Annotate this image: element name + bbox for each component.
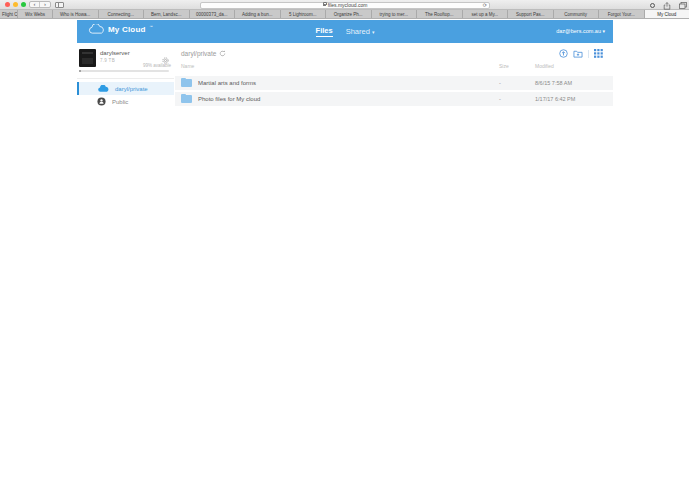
column-name[interactable]: Name xyxy=(175,63,485,69)
zoom-button[interactable] xyxy=(21,2,26,7)
history-nav: ‹ › xyxy=(29,1,51,8)
tab-label: Organize Ph... xyxy=(334,12,363,17)
table-row[interactable]: Martial arts and forms - 8/6/15 7:58 AM xyxy=(175,76,613,90)
share-label: Public xyxy=(112,99,128,105)
tab[interactable]: Bern, Landsc... xyxy=(144,10,190,18)
tab[interactable]: Who is Howa... xyxy=(53,10,99,18)
file-actions xyxy=(559,49,603,58)
tab-label: Who is Howa... xyxy=(60,12,90,17)
file-size: - xyxy=(485,80,535,86)
tab[interactable]: Forgot Your... xyxy=(599,10,645,18)
mycloud-app: My Cloud ™ Files Shared ▾ daz@bers.com.a… xyxy=(77,20,613,43)
new-folder-icon[interactable] xyxy=(573,49,583,58)
close-button[interactable] xyxy=(5,2,10,7)
tab-label: Forgot Your... xyxy=(608,12,635,17)
extension-icon[interactable] xyxy=(650,3,655,8)
tab-label: trying to mer... xyxy=(379,12,408,17)
breadcrumb-label: daryl/private xyxy=(181,50,216,57)
sync-icon[interactable] xyxy=(219,50,226,57)
folder-icon xyxy=(181,79,192,87)
toolbar-right-icons xyxy=(650,2,687,10)
lock-icon xyxy=(323,4,326,7)
upload-icon[interactable] xyxy=(559,49,568,58)
tab-label: Support Pas... xyxy=(516,12,545,17)
reload-icon[interactable]: ⟳ xyxy=(483,3,487,8)
window-controls xyxy=(5,2,26,7)
device-available: 99% available xyxy=(143,63,171,68)
app-nav: Files Shared ▾ xyxy=(77,20,613,43)
tab-label: Community xyxy=(564,12,587,17)
file-name: Photo files for My cloud xyxy=(198,96,260,102)
file-list: Martial arts and forms - 8/6/15 7:58 AM … xyxy=(175,76,613,108)
tab[interactable]: Organize Ph... xyxy=(326,10,372,18)
tab-shared-label: Shared xyxy=(346,27,370,36)
file-name-cell: Martial arts and forms xyxy=(175,79,485,87)
tab-label: set up a My... xyxy=(471,12,498,17)
tab[interactable]: Wix Webs xyxy=(18,10,53,18)
table-header: Name Size Modified xyxy=(175,63,613,69)
file-modified: 1/17/17 6:42 PM xyxy=(535,96,613,102)
app-header: My Cloud ™ Files Shared ▾ daz@bers.com.a… xyxy=(77,20,613,43)
tab-label: 5 Lightroom... xyxy=(289,12,317,17)
share-label: daryl/private xyxy=(115,86,148,92)
capacity-bar xyxy=(79,70,169,72)
account-email: daz@bers.com.au xyxy=(556,28,601,34)
device-name: darylserver xyxy=(100,50,130,56)
sidebar: darylserver 7.9 TB 99% available daryl/p… xyxy=(77,43,174,163)
tab[interactable]: 5 Lightroom... xyxy=(281,10,327,18)
tab-label: Connecting... xyxy=(107,12,134,17)
tab-label: 00000373_da... xyxy=(196,12,227,17)
capacity-bar-fill xyxy=(79,70,81,72)
cloud-icon xyxy=(97,85,109,93)
tab[interactable]: set up a My... xyxy=(463,10,509,18)
forward-button[interactable]: › xyxy=(40,2,50,7)
breadcrumb: daryl/private xyxy=(181,50,226,57)
tab-active[interactable]: My Cloud xyxy=(645,10,689,18)
column-modified[interactable]: Modified xyxy=(535,63,613,69)
tab-bar: Flight Ce Wix Webs Who is Howa... Connec… xyxy=(0,10,689,19)
file-size: - xyxy=(485,96,535,102)
tab[interactable]: Connecting... xyxy=(99,10,145,18)
safari-window: ‹ › files.mycloud.com ⟳ Flight Ce Wix We… xyxy=(0,0,689,500)
tab[interactable]: Flight Ce xyxy=(0,10,18,18)
device-capacity: 7.9 TB xyxy=(100,58,115,63)
column-size[interactable]: Size xyxy=(485,63,535,69)
tab-label: Wix Webs xyxy=(25,12,45,17)
tab[interactable]: Adding a bun... xyxy=(235,10,281,18)
tab[interactable]: Support Pas... xyxy=(508,10,554,18)
address-bar[interactable]: files.mycloud.com ⟳ xyxy=(200,2,490,9)
tab-label: My Cloud xyxy=(657,12,676,17)
sidebar-item-daryl-private[interactable]: daryl/private xyxy=(77,82,174,95)
tab-shared[interactable]: Shared ▾ xyxy=(346,27,375,36)
sidebar-toggle-icon[interactable] xyxy=(55,2,64,9)
tab-overview-icon[interactable] xyxy=(679,2,687,9)
file-modified: 8/6/15 7:58 AM xyxy=(535,80,613,86)
tab[interactable]: Community xyxy=(554,10,600,18)
browser-toolbar: ‹ › files.mycloud.com ⟳ xyxy=(0,0,689,10)
chevron-down-icon: ▾ xyxy=(372,29,375,35)
back-button[interactable]: ‹ xyxy=(30,2,40,7)
url-text: files.mycloud.com xyxy=(328,3,368,8)
public-share-icon xyxy=(97,97,106,106)
tab-label: The Rooftop... xyxy=(425,12,454,17)
account-menu[interactable]: daz@bers.com.au ▾ xyxy=(556,28,605,34)
chevron-down-icon: ▾ xyxy=(602,28,605,34)
divider xyxy=(77,78,174,79)
table-row[interactable]: Photo files for My cloud - 1/17/17 6:42 … xyxy=(175,92,613,106)
web-page: My Cloud ™ Files Shared ▾ daz@bers.com.a… xyxy=(0,20,689,500)
divider xyxy=(588,50,589,58)
tab-label: Adding a bun... xyxy=(242,12,272,17)
tab[interactable]: 00000373_da... xyxy=(190,10,236,18)
tab-label: Flight Ce xyxy=(2,12,18,17)
tab[interactable]: trying to mer... xyxy=(372,10,418,18)
file-name-cell: Photo files for My cloud xyxy=(175,95,485,103)
device-thumbnail xyxy=(79,49,96,67)
folder-icon xyxy=(181,95,192,103)
tab-label: Bern, Landsc... xyxy=(151,12,181,17)
grid-view-icon[interactable] xyxy=(594,49,603,58)
sidebar-item-public[interactable]: Public xyxy=(77,95,174,108)
minimize-button[interactable] xyxy=(13,2,18,7)
share-icon[interactable] xyxy=(663,2,671,10)
tab[interactable]: The Rooftop... xyxy=(417,10,463,18)
tab-files[interactable]: Files xyxy=(316,26,333,37)
